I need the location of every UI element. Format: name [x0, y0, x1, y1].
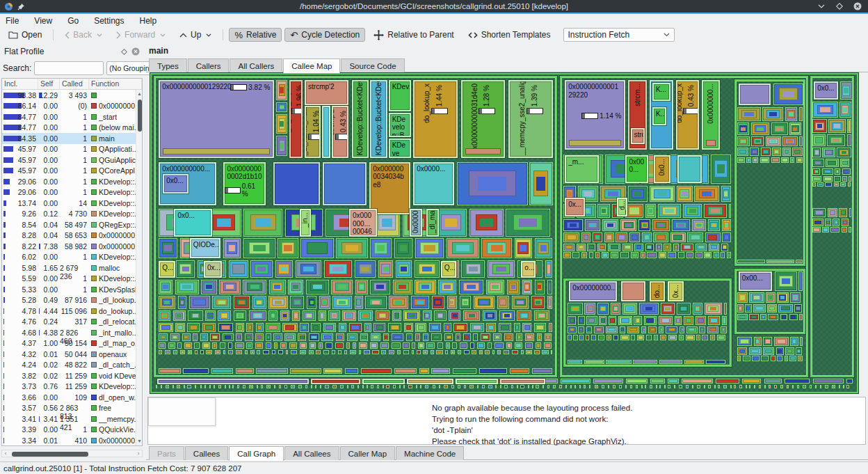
treemap-cell[interactable] [705, 303, 723, 314]
treemap-block[interactable]: do_lookup_x0.43 % [676, 80, 698, 149]
treemap-cell[interactable] [359, 342, 368, 349]
treemap-block[interactable]: K... [652, 83, 670, 101]
treemap-cell[interactable] [309, 350, 314, 354]
treemap-cell[interactable] [645, 385, 646, 389]
treemap-cell[interactable] [787, 385, 789, 389]
treemap-block[interactable]: KDevelop::Bucket<KDevelop::Qu... [370, 80, 387, 158]
treemap-cell[interactable] [849, 227, 851, 232]
treemap-cell[interactable] [321, 333, 333, 341]
treemap-cell[interactable] [709, 244, 719, 251]
treemap-cell[interactable] [659, 360, 682, 363]
treemap-block[interactable]: 0x0000000034034be8 [369, 162, 410, 214]
table-row[interactable]: 4.760.24317_dl_relocat... [2, 317, 142, 328]
treemap-cell[interactable] [234, 310, 247, 322]
treemap-cell[interactable] [463, 333, 471, 341]
table-row[interactable]: 13.740.0014KDevelop::... [2, 198, 142, 209]
treemap-cell[interactable] [300, 323, 309, 332]
treemap-block[interactable]: K... [652, 107, 666, 125]
treemap-cell[interactable] [403, 310, 420, 322]
treemap-cell[interactable] [423, 310, 432, 322]
treemap-cell[interactable] [246, 342, 252, 349]
treemap-cell[interactable] [319, 342, 323, 349]
treemap-block[interactable] [677, 155, 701, 183]
treemap-cell[interactable] [721, 326, 727, 333]
treemap-cell[interactable] [568, 326, 576, 333]
treemap-cell[interactable] [236, 323, 244, 332]
treemap-cell[interactable] [722, 219, 731, 231]
menu-help[interactable]: Help [140, 16, 157, 26]
table-row[interactable]: 5.590.001KDevelop::... [2, 274, 142, 285]
table-header[interactable]: Incl.SelfCalledFunction [2, 79, 142, 90]
treemap-cell[interactable] [371, 333, 380, 341]
relative-to-parent-toggle[interactable]: Relative to Parent [368, 28, 459, 42]
event-type-select[interactable]: Instruction Fetch [563, 28, 675, 42]
treemap-cell[interactable] [399, 385, 401, 389]
tab-parts[interactable]: Parts [149, 446, 184, 460]
treemap-cell[interactable] [606, 335, 611, 340]
treemap-cell[interactable] [463, 310, 480, 322]
treemap-cell[interactable] [697, 385, 700, 389]
treemap-cell[interactable] [817, 182, 823, 187]
treemap-cell[interactable] [727, 252, 731, 258]
treemap-cell[interactable] [517, 310, 531, 322]
treemap-cell[interactable] [584, 360, 604, 363]
treemap-cell[interactable] [378, 260, 393, 278]
treemap-cell[interactable] [785, 356, 789, 361]
treemap-cell[interactable] [796, 260, 803, 263]
scrollbar-handle[interactable] [138, 100, 142, 132]
treemap-cell[interactable] [266, 342, 272, 349]
treemap-cell[interactable] [777, 356, 782, 361]
treemap-cell[interactable] [734, 385, 736, 389]
treemap-cell[interactable] [470, 342, 474, 349]
treemap-cell[interactable] [620, 335, 629, 340]
treemap-cell[interactable] [840, 159, 849, 167]
treemap-cell[interactable] [670, 232, 686, 242]
treemap-cell[interactable] [520, 385, 524, 389]
treemap-cell[interactable] [187, 323, 200, 332]
treemap-cell[interactable] [798, 271, 803, 291]
treemap-cell[interactable] [835, 168, 840, 175]
treemap-cell[interactable] [589, 252, 594, 258]
treemap-cell[interactable] [629, 232, 641, 242]
treemap-cell[interactable] [223, 238, 241, 258]
treemap-block[interactable]: 0x... [204, 261, 222, 278]
treemap-cell[interactable] [507, 280, 520, 294]
treemap-cell[interactable] [276, 114, 287, 134]
treemap-cell[interactable] [389, 350, 394, 354]
treemap-cell[interactable] [799, 314, 802, 320]
treemap-cell[interactable] [415, 323, 426, 332]
treemap-cell[interactable] [696, 244, 707, 251]
treemap-cell[interactable] [275, 260, 294, 278]
treemap-cell[interactable] [745, 304, 752, 313]
treemap-cell[interactable] [388, 323, 401, 332]
treemap-cell[interactable] [504, 333, 514, 341]
treemap-cell[interactable] [686, 326, 697, 333]
treemap-cell[interactable] [345, 368, 358, 373]
treemap-cell[interactable] [411, 296, 429, 308]
treemap-cell[interactable] [423, 350, 428, 354]
treemap-cell[interactable] [535, 280, 545, 294]
table-row[interactable]: 6.020.001KDevelop::... [2, 252, 142, 263]
treemap-block[interactable]: do... [650, 281, 665, 301]
treemap-cell[interactable] [675, 316, 682, 325]
treemap-cell[interactable] [760, 314, 766, 320]
treemap-block[interactable]: 0x... [565, 198, 584, 216]
treemap-cell[interactable] [377, 385, 379, 389]
treemap-cell[interactable] [340, 385, 344, 389]
treemap-cell[interactable] [581, 252, 587, 258]
treemap-cell[interactable] [776, 347, 784, 354]
treemap-cell[interactable] [619, 385, 622, 389]
treemap-cell[interactable] [325, 385, 329, 389]
treemap-cell[interactable] [749, 385, 750, 389]
treemap-cell[interactable] [415, 333, 420, 341]
treemap-cell[interactable] [380, 342, 389, 349]
treemap-cell[interactable] [418, 342, 424, 349]
treemap-cell[interactable] [536, 385, 539, 389]
treemap-block[interactable]: _m... [565, 155, 599, 183]
treemap-cell[interactable] [499, 323, 512, 332]
treemap-cell[interactable] [261, 385, 263, 389]
treemap-cell[interactable] [485, 350, 490, 354]
treemap-cell[interactable] [351, 385, 354, 389]
treemap-cell[interactable] [650, 379, 665, 384]
treemap-block[interactable] [311, 379, 360, 384]
